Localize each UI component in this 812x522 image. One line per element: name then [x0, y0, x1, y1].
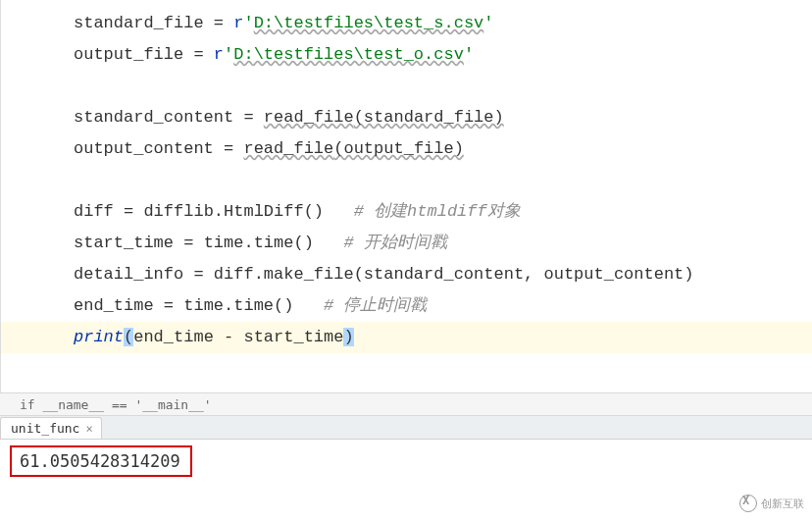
var-name: standard_file — [74, 14, 204, 32]
code-line[interactable]: detail_info = diff.make_file(standard_co… — [1, 259, 812, 290]
expr: end_time - start_time — [133, 328, 343, 346]
call: difflib.HtmlDiff() — [143, 202, 324, 221]
comment: # 停止时间戳 — [324, 296, 427, 315]
code-line-blank[interactable] — [1, 71, 812, 102]
call: read_file(output_file) — [243, 139, 463, 158]
code-line[interactable]: output_content = read_file(output_file) — [1, 133, 812, 165]
string-quote: ' — [483, 14, 493, 32]
output-highlight-box: 61.0505428314209 — [10, 445, 192, 477]
comment: # 创建htmldiff对象 — [354, 202, 521, 221]
string-quote: ' — [224, 45, 233, 64]
var-name: end_time — [74, 296, 154, 315]
selection-close-paren: ) — [343, 328, 353, 346]
var-name: output_file — [74, 45, 183, 64]
call: diff.make_file(standard_content, output_… — [214, 265, 694, 284]
operator: = — [214, 139, 244, 158]
operator: = — [183, 45, 214, 64]
watermark: 创新互联 — [739, 495, 804, 512]
operator: = — [233, 108, 264, 127]
code-line[interactable]: output_file = r'D:\testfiles\test_o.csv' — [1, 39, 812, 71]
operator: = — [114, 202, 144, 221]
comment: # 开始时间戳 — [343, 234, 446, 252]
code-line[interactable]: start_time = time.time() # 开始时间戳 — [1, 228, 812, 259]
code-line-blank[interactable] — [1, 165, 812, 196]
raw-prefix: r — [214, 45, 224, 64]
close-icon[interactable]: × — [85, 422, 92, 436]
var-name: start_time — [74, 234, 174, 252]
string-path: D:\testfiles\test_s.csv — [254, 14, 484, 32]
string-quote: ' — [464, 45, 474, 64]
code-line[interactable]: diff = difflib.HtmlDiff() # 创建htmldiff对象 — [1, 196, 812, 228]
var-name: diff — [74, 202, 114, 221]
call: time.time() — [204, 234, 314, 252]
code-line-current[interactable]: print(end_time - start_time) — [1, 322, 812, 353]
raw-prefix: r — [233, 14, 243, 32]
output-tab[interactable]: unit_func × — [0, 417, 102, 439]
var-name: output_content — [74, 139, 214, 158]
breadcrumb-text: if __name__ == '__main__' — [20, 397, 212, 412]
operator: = — [154, 296, 184, 315]
string-path: D:\testfiles\test_o.csv — [233, 45, 464, 64]
var-name: detail_info — [74, 265, 183, 284]
operator: = — [204, 14, 234, 32]
breadcrumb[interactable]: if __name__ == '__main__' — [0, 392, 812, 416]
var-name: standard_content — [74, 108, 233, 127]
code-line[interactable]: standard_file = r'D:\testfiles\test_s.cs… — [1, 8, 812, 39]
spacer — [324, 202, 354, 221]
operator: = — [183, 265, 214, 284]
builtin-print: print — [74, 328, 124, 346]
output-panel[interactable]: 61.0505428314209 创新互联 — [0, 440, 812, 518]
tab-label: unit_func — [11, 421, 79, 436]
output-value: 61.0505428314209 — [20, 451, 180, 471]
call: time.time() — [183, 296, 293, 315]
spacer — [293, 296, 324, 315]
code-line[interactable]: standard_content = read_file(standard_fi… — [1, 102, 812, 133]
output-tab-bar: unit_func × — [0, 416, 812, 440]
watermark-icon — [739, 495, 757, 512]
selection-open-paren: ( — [124, 328, 133, 346]
call: read_file(standard_file) — [264, 108, 504, 127]
operator: = — [174, 234, 204, 252]
code-line[interactable]: end_time = time.time() # 停止时间戳 — [1, 290, 812, 322]
string-quote: ' — [243, 14, 253, 32]
code-editor[interactable]: standard_file = r'D:\testfiles\test_s.cs… — [0, 0, 812, 392]
watermark-label: 创新互联 — [761, 496, 804, 511]
spacer — [314, 234, 344, 252]
